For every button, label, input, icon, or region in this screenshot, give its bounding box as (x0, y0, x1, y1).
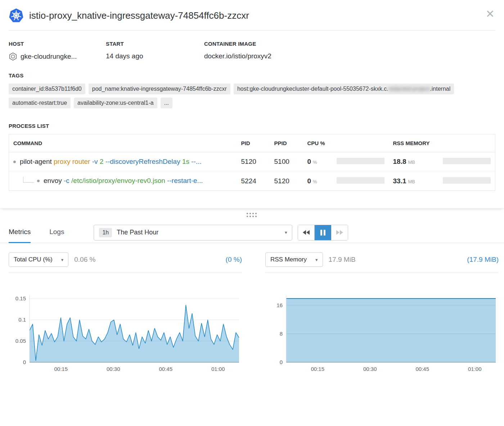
svg-text:0.1: 0.1 (18, 317, 26, 323)
cpu-cell: 0% (303, 171, 389, 191)
svg-text:00:45: 00:45 (159, 366, 173, 372)
controls-row: Metrics Logs 1h The Past Hour ▾ (0, 222, 504, 243)
start-label: START (106, 41, 204, 47)
command-segment: --discoveryRefreshDelay (105, 158, 182, 165)
svg-text:01:00: 01:00 (468, 366, 482, 372)
tag-text-segment: container_id:8a537b11f6d0 (12, 86, 82, 92)
title-divider (9, 30, 495, 31)
memory-timeseries-chart[interactable]: 081600:1500:3000:4501:00 (265, 291, 499, 373)
host-value[interactable]: gke-cloudrungke... (21, 53, 77, 60)
tag-pill[interactable]: host:gke-cloudrungkecluster-default-pool… (234, 84, 454, 94)
col-pid[interactable]: PID (237, 134, 270, 152)
cpu-chart-header: Total CPU (%) ▾ 0.06 % (0 %) (9, 252, 242, 273)
svg-text:0: 0 (23, 359, 26, 365)
fast-forward-button[interactable] (331, 225, 348, 240)
container-image-label: CONTAINER IMAGE (204, 41, 495, 47)
col-rss-memory[interactable]: RSS MEMORY (389, 134, 495, 152)
tag-pill[interactable]: automatic-restart:true (9, 98, 71, 108)
svg-text:00:15: 00:15 (311, 366, 325, 372)
ppid-cell: 5100 (270, 152, 303, 171)
chevron-down-icon: ▾ (315, 257, 318, 263)
playback-controls (298, 225, 348, 241)
pause-icon (320, 230, 325, 236)
memory-latest-value[interactable]: (17.9 MiB) (467, 256, 499, 264)
time-range-select[interactable]: 1h The Past Hour ▾ (94, 225, 292, 241)
chevron-down-icon: ▾ (61, 257, 64, 263)
pause-button[interactable] (315, 225, 331, 240)
cpu-metric-select-label: Total CPU (%) (14, 256, 53, 263)
memory-metric-select-label: RSS Memory (270, 256, 307, 263)
panel-split-divider[interactable] (0, 208, 504, 222)
svg-text:0: 0 (280, 359, 283, 365)
kubernetes-icon (9, 8, 24, 23)
rss-cell: 33.1MB (389, 171, 495, 191)
rss-trend-bar (443, 158, 491, 164)
container-image-value: docker.io/istio/proxyv2 (204, 52, 271, 60)
tag-text-segment: automatic-restart:true (12, 100, 67, 106)
tags-label: TAGS (9, 72, 495, 79)
cpu-latest-value[interactable]: (0 %) (226, 256, 242, 264)
tag-pill[interactable]: availability-zone:us-central1-a (74, 98, 157, 108)
host-hexagon-icon (9, 52, 17, 61)
memory-chart-column: RSS Memory ▾ 17.9 MiB (17.9 MiB) 081600:… (265, 252, 499, 373)
svg-text:0.15: 0.15 (15, 296, 26, 302)
cpu-timeseries-chart[interactable]: 00.050.10.1500:1500:3000:4501:00 (9, 291, 242, 373)
command-cell: pilot-agent proxy router -v 2 --discover… (9, 152, 237, 171)
cpu-trend-bar (337, 158, 384, 164)
process-dot-icon (13, 161, 16, 163)
svg-text:8: 8 (280, 331, 283, 337)
cpu-metric-select[interactable]: Total CPU (%) ▾ (9, 252, 68, 267)
tag-text-segment: .internal (430, 86, 450, 92)
memory-chart-header: RSS Memory ▾ 17.9 MiB (17.9 MiB) (265, 252, 499, 273)
tree-connector-icon (23, 177, 34, 183)
tab-metrics[interactable]: Metrics (9, 222, 31, 243)
memory-metric-select[interactable]: RSS Memory ▾ (265, 252, 323, 267)
command-segment: 2 (100, 158, 105, 165)
chevron-down-icon: ▾ (285, 230, 287, 235)
rewind-button[interactable] (298, 225, 315, 240)
rss-trend-bar (443, 177, 491, 184)
info-container-image: CONTAINER IMAGE docker.io/istio/proxyv2 (204, 41, 495, 61)
cpu-trend-bar (337, 177, 384, 184)
time-range-label: The Past Hour (117, 229, 280, 236)
command-cell: envoy -c /etc/istio/proxy/envoy-rev0.jso… (9, 171, 237, 191)
process-table-body: pilot-agent proxy router -v 2 --discover… (9, 152, 495, 191)
tag-redacted-segment: redacted-project (388, 86, 430, 92)
svg-text:00:30: 00:30 (363, 366, 377, 372)
start-value: 14 days ago (106, 52, 143, 60)
command-segment: proxy router (54, 158, 92, 165)
svg-text:00:15: 00:15 (54, 366, 68, 372)
command-segment: pilot-agent (20, 158, 54, 165)
process-row[interactable]: pilot-agent proxy router -v 2 --discover… (9, 152, 495, 171)
command-segment: 1s (182, 158, 191, 165)
pid-cell: 5120 (237, 152, 270, 171)
process-list-label: PROCESS LIST (9, 123, 495, 129)
svg-text:01:00: 01:00 (211, 366, 225, 372)
info-host: HOST gke-cloudrungke... (9, 41, 106, 61)
col-command[interactable]: COMMAND (9, 134, 237, 152)
tag-text-segment: availability-zone:us-central1-a (77, 100, 154, 106)
tag-text-segment: host:gke-cloudrungkecluster-default-pool… (237, 86, 388, 92)
command-segment: --restart-e... (167, 177, 203, 184)
command-segment: -c (64, 177, 71, 184)
close-icon[interactable]: ✕ (486, 9, 495, 19)
container-overview-panel: istio-proxy_knative-ingressgateway-74854… (0, 0, 504, 208)
cpu-cell: 0% (303, 152, 389, 171)
process-dot-icon (37, 180, 40, 182)
fast-forward-icon (336, 230, 343, 235)
info-row: HOST gke-cloudrungke... START 14 days ag… (9, 41, 495, 61)
command-segment: -v (92, 158, 100, 165)
col-ppid[interactable]: PPID (270, 134, 303, 152)
rss-cell: 18.8MB (389, 152, 495, 171)
drag-handle-icon[interactable] (247, 213, 257, 218)
info-start: START 14 days ago (106, 41, 204, 61)
page-title: istio-proxy_knative-ingressgateway-74854… (29, 10, 249, 21)
tag-pill[interactable]: pod_name:knative-ingressgateway-74854ffc… (89, 84, 230, 94)
col-cpu[interactable]: CPU % (303, 134, 389, 152)
tag-pill[interactable]: container_id:8a537b11f6d0 (9, 84, 85, 94)
cpu-current-value: 0.06 % (74, 256, 95, 264)
pid-cell: 5224 (237, 171, 270, 191)
process-row[interactable]: envoy -c /etc/istio/proxy/envoy-rev0.jso… (9, 171, 495, 191)
tab-logs[interactable]: Logs (49, 222, 64, 243)
tag-pill[interactable]: ... (161, 98, 172, 108)
